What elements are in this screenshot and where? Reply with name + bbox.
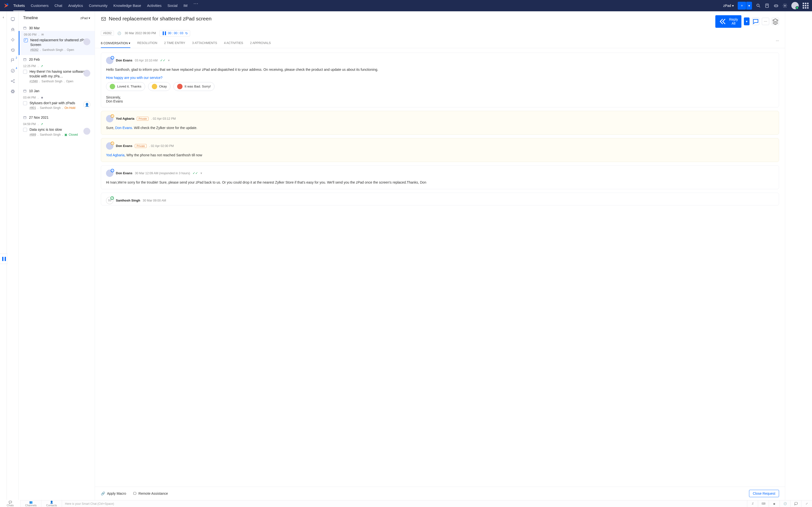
rail-bot-icon[interactable] bbox=[10, 27, 15, 32]
smart-chat-input[interactable]: Here is your Smart Chat (Ctrl+Space) bbox=[62, 502, 747, 506]
private-tag: Private bbox=[137, 117, 149, 121]
right-gutter bbox=[785, 11, 812, 500]
tab-approvals[interactable]: 2 APPROVALS bbox=[250, 39, 271, 48]
tab-time-entry[interactable]: 2 TIME ENTRY bbox=[164, 39, 185, 48]
assignee-avatar[interactable] bbox=[84, 70, 90, 77]
ticket-id[interactable]: #801 bbox=[30, 106, 36, 110]
sender-name: Santhosh Singh bbox=[116, 199, 140, 202]
message-expand-icon[interactable]: ▾ bbox=[168, 58, 170, 62]
nav-im[interactable]: IM bbox=[184, 0, 188, 11]
timeline-ticket[interactable]: 09:00 PM . ✉ Need replacement for shatte… bbox=[19, 31, 95, 55]
message-expand-icon[interactable]: ▾ bbox=[200, 171, 202, 175]
rail-share-icon[interactable] bbox=[10, 79, 15, 83]
timeline-ticket[interactable]: 12:25 PM . ↗ Hey there! I'm having some … bbox=[19, 62, 95, 87]
nav-social[interactable]: Social bbox=[167, 0, 177, 11]
sender-name: Don Evans bbox=[116, 144, 132, 148]
nav-tickets[interactable]: Tickets bbox=[13, 0, 25, 11]
apps-launcher-icon[interactable] bbox=[803, 3, 809, 9]
rating-question[interactable]: How happy are you with our service? bbox=[106, 76, 774, 79]
svg-point-7 bbox=[12, 29, 12, 30]
ticket-id[interactable]: #689 bbox=[30, 133, 36, 136]
comment-button[interactable] bbox=[752, 18, 759, 25]
neutral-face-icon bbox=[152, 84, 157, 89]
ticket-detail: Need replacement for shattered zPad scre… bbox=[95, 11, 785, 500]
apply-macro-button[interactable]: 🔗 Apply Macro bbox=[101, 492, 126, 496]
feed-icon[interactable] bbox=[765, 3, 770, 8]
search-icon[interactable] bbox=[756, 3, 761, 8]
rail-atom-icon[interactable] bbox=[10, 89, 15, 94]
rating-okay[interactable]: Okay bbox=[148, 82, 171, 91]
ticket-checkbox[interactable] bbox=[24, 38, 28, 42]
assignee-unassigned-icon[interactable]: 👤 bbox=[84, 101, 90, 108]
rail-idea-icon[interactable] bbox=[10, 37, 15, 42]
ticket-id[interactable]: #1580 bbox=[30, 79, 38, 83]
calendar-icon bbox=[23, 89, 27, 93]
channel-chat-icon: ↗ bbox=[41, 122, 43, 126]
bb-chats[interactable]: 💬 Chats bbox=[0, 500, 21, 507]
ticket-checkbox[interactable] bbox=[23, 101, 27, 105]
ticket-title: Styluses don't pair with zPads bbox=[30, 101, 75, 105]
bb-recent-icon[interactable]: 🕘 bbox=[779, 500, 790, 507]
bb-contacts[interactable]: 👤 Contacts bbox=[41, 500, 62, 507]
left-expand-handle[interactable]: ▐▐ bbox=[0, 253, 7, 264]
bb-keyboard-icon[interactable]: ⌨ bbox=[758, 500, 769, 507]
close-request-button[interactable]: Close Request bbox=[749, 490, 779, 497]
more-actions-button[interactable]: ⋯ bbox=[762, 18, 769, 25]
pause-icon[interactable]: ▐▐ bbox=[162, 32, 166, 35]
nav-kb[interactable]: Knowledge Base bbox=[113, 0, 141, 11]
mention-link[interactable]: Yod Agbaria bbox=[106, 153, 124, 157]
nav-chat[interactable]: Chat bbox=[54, 0, 62, 11]
assignee-avatar[interactable] bbox=[84, 38, 90, 45]
bottom-bar: 💬 Chats 👥 Channels 👤 Contacts Here is yo… bbox=[0, 500, 812, 507]
rail-history-icon[interactable] bbox=[10, 48, 15, 53]
detail-tabs: 6 CONVERSATION ▾ RESOLUTION 2 TIME ENTRY… bbox=[95, 39, 785, 48]
nav-analytics[interactable]: Analytics bbox=[68, 0, 83, 11]
nav-activities[interactable]: Activities bbox=[147, 0, 162, 11]
tab-activities[interactable]: 4 ACTIVITIES bbox=[224, 39, 243, 48]
date-group: 30 Mar bbox=[19, 23, 95, 31]
timeline-filter[interactable]: zPad ▾ bbox=[81, 16, 90, 20]
rail-assist-icon[interactable] bbox=[10, 17, 15, 21]
bb-zia-icon[interactable]: ℤ bbox=[747, 500, 758, 507]
main-nav: Tickets Customers Chat Analytics Communi… bbox=[13, 0, 723, 11]
refresh-icon[interactable]: ↻ bbox=[185, 32, 188, 35]
nav-more-icon[interactable]: ⋯ bbox=[193, 0, 198, 11]
date-group: 10 Jan bbox=[19, 87, 95, 94]
nav-community[interactable]: Community bbox=[89, 0, 107, 11]
layers-button[interactable] bbox=[772, 18, 779, 25]
timer-widget[interactable]: ▐▐ 00 : 00 : 03 ↻ bbox=[159, 30, 190, 36]
rating-bad[interactable]: It was Bad. Sorry! bbox=[173, 82, 214, 91]
channel-email-icon: ✉ bbox=[41, 33, 44, 36]
add-button[interactable]: ＋ bbox=[738, 2, 746, 10]
tabs-more-icon[interactable]: ⋯ bbox=[776, 39, 779, 48]
svg-rect-2 bbox=[774, 5, 778, 7]
gear-icon[interactable] bbox=[782, 3, 788, 8]
nav-customers[interactable]: Customers bbox=[31, 0, 49, 11]
rating-loved[interactable]: Loved it. Thanks bbox=[106, 82, 145, 91]
tab-attachments[interactable]: 3 ATTACHMENTS bbox=[192, 39, 217, 48]
rail-approve-icon[interactable]: 4 bbox=[10, 68, 15, 73]
rail-flag-icon[interactable]: 2 bbox=[10, 58, 15, 63]
bb-record-icon[interactable]: ⏺ bbox=[769, 500, 779, 507]
bb-chat-icon[interactable]: 💭 bbox=[790, 500, 801, 507]
timeline-ticket[interactable]: 04:59 PM . ↗ Data sync is too slow #689.… bbox=[19, 120, 95, 140]
tab-resolution[interactable]: RESOLUTION bbox=[137, 39, 157, 48]
department-select[interactable]: zPad ▾ bbox=[723, 4, 734, 8]
remote-assist-button[interactable]: 🖵 Remote Assistance bbox=[133, 492, 168, 496]
profile-avatar[interactable] bbox=[791, 2, 799, 9]
ticket-checkbox[interactable] bbox=[23, 70, 27, 74]
mention-link[interactable]: Don Evans. bbox=[115, 126, 133, 130]
timeline-ticket[interactable]: 03:44 PM . ☻ Styluses don't pair with zP… bbox=[19, 94, 95, 113]
gamification-icon[interactable] bbox=[774, 3, 778, 8]
bb-channels[interactable]: 👥 Channels bbox=[21, 500, 41, 507]
add-dropdown[interactable]: ▾ bbox=[746, 2, 752, 10]
ticket-id[interactable]: #9282 bbox=[30, 48, 38, 52]
app-logo[interactable] bbox=[3, 3, 9, 8]
ticket-checkbox[interactable] bbox=[23, 128, 27, 132]
message-body: Hi Ivan,We're sorry for the trouble! Sur… bbox=[106, 180, 774, 185]
reply-dropdown[interactable]: ▾ bbox=[744, 17, 750, 25]
reply-all-button[interactable]: Reply All bbox=[715, 15, 742, 28]
bb-expand-icon[interactable]: ⤢ bbox=[801, 500, 812, 507]
tab-conversation[interactable]: 6 CONVERSATION ▾ bbox=[101, 39, 131, 48]
svg-rect-19 bbox=[23, 58, 26, 61]
